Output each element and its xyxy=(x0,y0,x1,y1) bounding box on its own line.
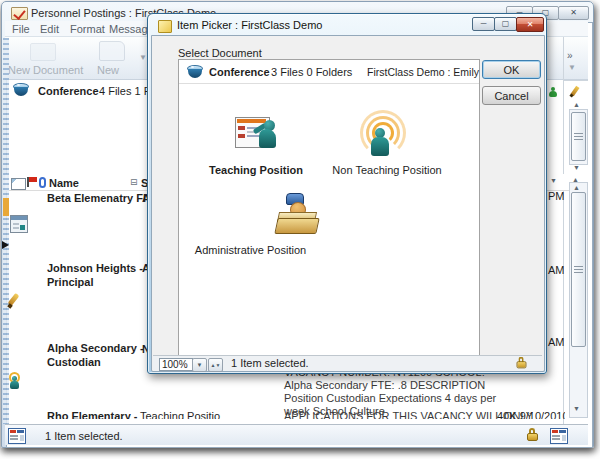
dialog-body: Select Document Conference 3 Files 0 Fol… xyxy=(151,35,545,372)
row-name-rho: Rho Elementary - xyxy=(47,410,137,419)
toolbar-overflow-chevron-icon[interactable]: » xyxy=(567,50,573,61)
header-sort-down-icon[interactable]: ▼ xyxy=(550,177,557,184)
ok-button[interactable]: OK xyxy=(482,60,541,79)
menu-file[interactable]: File xyxy=(12,23,30,35)
teaching-position-icon[interactable] xyxy=(235,114,285,160)
cancel-button[interactable]: Cancel xyxy=(482,86,541,105)
flag-column-icon[interactable] xyxy=(27,177,37,187)
non-teaching-position-icon[interactable] xyxy=(357,116,403,160)
dialog-minimize-button[interactable] xyxy=(472,17,495,31)
left-strip-orange-segment xyxy=(3,198,9,216)
toolbar-overflow-arrow-icon[interactable]: ▼ xyxy=(568,63,576,72)
picker-conference-counts: 3 Files 0 Folders xyxy=(271,66,352,78)
table-row-clipped[interactable]: Rho Elementary - Teaching Positio APPLIC… xyxy=(5,410,565,419)
paperclip-column-icon[interactable] xyxy=(39,177,46,188)
dialog-title: Item Picker : FirstClass Demo xyxy=(177,19,322,31)
right-strip-divider xyxy=(564,80,588,81)
new-icon xyxy=(99,41,125,61)
left-dotted-strip[interactable] xyxy=(3,38,9,424)
item-label-non-teaching[interactable]: Non Teaching Position xyxy=(327,164,447,176)
row-date-rho: 40K 9/10/2010 9:49 AM xyxy=(497,410,565,419)
item-label-administrative[interactable]: Administrative Position xyxy=(193,244,308,256)
item-label-teaching[interactable]: Teaching Position xyxy=(191,164,321,176)
menu-edit[interactable]: Edit xyxy=(40,23,59,35)
dialog-footer: 100% ▼ ▲▼ 1 Item selected. xyxy=(153,355,542,371)
conference-icon xyxy=(13,83,29,97)
conference-name: Conference xyxy=(38,85,99,97)
dialog-lock-icon xyxy=(517,357,527,369)
firstclass-logo-icon xyxy=(11,7,28,20)
pencil-icon[interactable] xyxy=(569,86,580,98)
current-row-marker-icon xyxy=(2,241,9,249)
new-button[interactable]: New xyxy=(97,64,119,76)
dialog-close-button[interactable] xyxy=(516,17,544,32)
zoom-dropdown-button[interactable]: ▼ xyxy=(192,358,207,372)
column-header-name[interactable]: Name xyxy=(49,177,79,189)
dialog-maximize-button[interactable] xyxy=(494,17,517,31)
row-date-alpha: AM xyxy=(548,336,565,348)
row-name-beta[interactable]: Beta Elemenatry Fl xyxy=(47,192,146,204)
pane-layout-icon-right[interactable] xyxy=(550,428,568,444)
administrative-position-icon[interactable] xyxy=(275,192,319,236)
status-text: 1 Item selected. xyxy=(45,430,123,442)
document-picker-list: Conference 3 Files 0 Folders FirstClass … xyxy=(178,59,480,357)
zoom-level-field[interactable]: 100% xyxy=(159,358,193,371)
new-dropdown-arrow-icon[interactable]: ▼ xyxy=(139,53,147,62)
zoom-stepper[interactable]: ▲▼ xyxy=(208,358,223,372)
menu-format[interactable]: Format xyxy=(70,23,105,35)
picker-conference-name: Conference xyxy=(209,66,270,78)
picker-conference-icon xyxy=(187,65,203,78)
mini-scrollbar-thumb[interactable] xyxy=(571,112,586,161)
row-subject-rho: Teaching Positio xyxy=(140,410,220,419)
quill-document-icon[interactable] xyxy=(6,292,20,309)
person-glow-document-icon[interactable] xyxy=(8,372,21,390)
lock-icon xyxy=(527,428,538,441)
dialog-status-text: 1 Item selected. xyxy=(231,357,309,369)
screenshot-stage: Personnel Postings : FirstClass Demo Fil… xyxy=(0,0,600,459)
mini-scroll-down-icon[interactable]: ▼ xyxy=(573,164,580,171)
close-button[interactable] xyxy=(558,6,589,20)
mini-scroll-up-icon[interactable]: ▲ xyxy=(573,101,580,108)
dialog-title-icon xyxy=(158,20,172,33)
green-person-icon[interactable] xyxy=(549,87,558,98)
row-preview-rho: APPLICATIONS FOR THIS VACANCY WILL ONLY xyxy=(284,410,533,419)
item-picker-dialog: Item Picker : FirstClass Demo Select Doc… xyxy=(147,13,547,374)
list-scrollbar-thumb[interactable] xyxy=(571,192,586,347)
row-name-alpha[interactable]: Alpha Secondary - Custodian xyxy=(47,341,147,369)
new-document-icon xyxy=(30,43,56,61)
pane-layout-icon[interactable] xyxy=(8,428,26,444)
list-scroll-down-icon[interactable]: ▼ xyxy=(573,405,580,412)
select-document-label: Select Document xyxy=(178,47,262,59)
envelope-column-icon[interactable] xyxy=(11,178,26,190)
collapse-box-icon[interactable]: ⊟ xyxy=(130,177,138,187)
right-pane-divider xyxy=(563,37,564,424)
list-scroll-up-icon[interactable]: ▲ xyxy=(573,184,580,191)
new-document-button[interactable]: New Document xyxy=(8,64,83,76)
row-date-beta: PM xyxy=(548,190,565,202)
row-name-johnson[interactable]: Johnson Heights - Principal xyxy=(47,261,147,289)
form-document-icon[interactable] xyxy=(10,215,28,233)
row-date-johnson: AM xyxy=(548,264,565,276)
